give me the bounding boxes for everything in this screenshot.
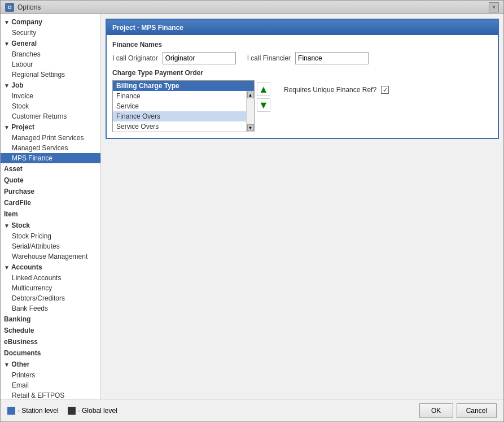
list-body-row: Finance Service Finance Overs Service Ov… [113, 91, 254, 132]
sidebar-item-quote[interactable]: Quote [1, 175, 100, 186]
move-up-button[interactable]: ▲ [257, 82, 270, 96]
sidebar-item-security[interactable]: Security [1, 28, 100, 38]
sidebar-item-managed-print-services[interactable]: Managed Print Services [1, 133, 100, 143]
sidebar-item-company[interactable]: ▼ Company [1, 16, 100, 28]
expand-icon-job: ▼ [4, 82, 10, 89]
dialog-body: Finance Names I call Originator I call F… [107, 35, 498, 138]
sidebar: ▼ Company Security ▼ General Branches La… [1, 14, 101, 399]
sidebar-item-email[interactable]: Email [1, 380, 100, 390]
sidebar-item-other[interactable]: ▼ Other [1, 359, 100, 370]
financier-input[interactable] [295, 52, 369, 64]
right-section: Requires Unique Finance Ref? [273, 80, 395, 99]
expand-icon-project: ▼ [4, 124, 10, 130]
sidebar-item-documents[interactable]: Documents [1, 347, 100, 359]
title-bar: O Options × [1, 1, 503, 14]
sidebar-item-retail-eftpos[interactable]: Retail & EFTPOS [1, 390, 100, 399]
sidebar-item-asset[interactable]: Asset [1, 163, 100, 175]
sidebar-item-linked-accounts[interactable]: Linked Accounts [1, 273, 100, 283]
sidebar-item-project[interactable]: ▼ Project [1, 121, 100, 133]
sidebar-item-labour[interactable]: Labour [1, 59, 100, 69]
ok-button[interactable]: OK [419, 403, 453, 418]
sidebar-item-managed-services[interactable]: Managed Services [1, 143, 100, 153]
sidebar-item-accounts[interactable]: ▼ Accounts [1, 262, 100, 273]
list-body: Finance Service Finance Overs Service Ov… [113, 91, 246, 132]
charge-type-list-container: Billing Charge Type Finance Service Fina… [112, 80, 255, 132]
dialog-panel: Project - MPS Finance Finance Names I ca… [106, 19, 499, 139]
global-level-label: - Global level [78, 407, 117, 415]
sidebar-item-customer-returns[interactable]: Customer Returns [1, 111, 100, 121]
options-window: O Options × ▼ Company Security ▼ General… [0, 0, 504, 422]
window-title: Options [17, 3, 41, 11]
charge-type-section-title: Charge Type Payment Order [112, 69, 492, 77]
scroll-up-btn[interactable]: ▲ [247, 92, 254, 98]
list-item-service[interactable]: Service [113, 101, 246, 111]
sidebar-item-ebusiness[interactable]: eBusiness [1, 336, 100, 347]
main-panel: Project - MPS Finance Finance Names I ca… [101, 14, 503, 399]
sidebar-item-job[interactable]: ▼ Job [1, 80, 100, 91]
sidebar-item-warehouse-management[interactable]: Warehouse Management [1, 251, 100, 262]
sidebar-item-stock[interactable]: ▼ Stock [1, 220, 100, 231]
close-button[interactable]: × [489, 2, 499, 12]
sidebar-item-cardfile[interactable]: CardFile [1, 197, 100, 208]
down-arrow-icon: ▼ [258, 100, 269, 110]
list-item-service-overs[interactable]: Service Overs [113, 121, 246, 132]
requires-unique-checkbox[interactable] [381, 86, 389, 94]
station-level-icon [7, 407, 15, 415]
station-level-legend: - Station level [7, 407, 59, 415]
expand-icon-general: ▼ [4, 41, 10, 47]
sidebar-item-mps-finance[interactable]: MPS Finance [1, 153, 100, 163]
sidebar-item-banking[interactable]: Banking [1, 314, 100, 325]
finance-names-title: Finance Names [112, 41, 492, 49]
sidebar-item-regional-settings[interactable]: Regional Settings [1, 69, 100, 80]
bottom-bar: - Station level - Global level OK Cancel [1, 399, 503, 421]
title-bar-left: O Options [5, 3, 41, 12]
global-level-legend: - Global level [68, 407, 117, 415]
main-content: ▼ Company Security ▼ General Branches La… [1, 14, 503, 399]
expand-icon-other: ▼ [4, 362, 10, 368]
legend: - Station level - Global level [7, 407, 117, 415]
station-level-label: - Station level [17, 407, 59, 415]
sidebar-item-invoice[interactable]: Invoice [1, 91, 100, 101]
window-icon: O [5, 3, 14, 12]
sidebar-item-stock-pricing[interactable]: Stock Pricing [1, 231, 100, 241]
sidebar-item-serial-attributes[interactable]: Serial/Attributes [1, 241, 100, 251]
global-level-icon [68, 407, 76, 415]
sidebar-item-printers[interactable]: Printers [1, 370, 100, 380]
requires-unique-label: Requires Unique Finance Ref? [284, 86, 376, 94]
expand-icon-company: ▼ [4, 19, 10, 25]
originator-label: I call Originator [112, 54, 158, 62]
charge-type-area: Billing Charge Type Finance Service Fina… [112, 80, 492, 132]
scroll-down-btn[interactable]: ▼ [247, 124, 254, 131]
financier-label: I call Financier [247, 54, 291, 62]
originator-row: I call Originator I call Financier [112, 52, 492, 64]
sidebar-item-general[interactable]: ▼ General [1, 38, 100, 49]
move-down-button[interactable]: ▼ [257, 98, 270, 112]
sidebar-item-stock-job[interactable]: Stock [1, 101, 100, 111]
sidebar-item-purchase[interactable]: Purchase [1, 186, 100, 197]
expand-icon-accounts: ▼ [4, 264, 10, 271]
sidebar-item-debtors-creditors[interactable]: Debtors/Creditors [1, 293, 100, 303]
dialog-header: Project - MPS Finance [107, 20, 498, 35]
bottom-buttons: OK Cancel [419, 403, 497, 418]
cancel-button[interactable]: Cancel [457, 403, 497, 418]
sidebar-item-bank-feeds[interactable]: Bank Feeds [1, 303, 100, 314]
list-item-finance[interactable]: Finance [113, 91, 246, 101]
dialog-title: Project - MPS Finance [112, 24, 183, 32]
scrollbar[interactable]: ▲ ▼ [246, 91, 254, 132]
list-item-finance-overs[interactable]: Finance Overs [113, 111, 246, 121]
up-arrow-icon: ▲ [258, 84, 269, 94]
arrow-buttons: ▲ ▼ [255, 80, 273, 114]
sidebar-item-item[interactable]: Item [1, 208, 100, 220]
sidebar-item-branches[interactable]: Branches [1, 49, 100, 59]
list-header: Billing Charge Type [113, 81, 254, 91]
originator-input[interactable] [163, 52, 236, 64]
sidebar-item-multicurrency[interactable]: Multicurrency [1, 283, 100, 293]
sidebar-item-schedule[interactable]: Schedule [1, 325, 100, 336]
expand-icon-stock: ▼ [4, 223, 10, 229]
